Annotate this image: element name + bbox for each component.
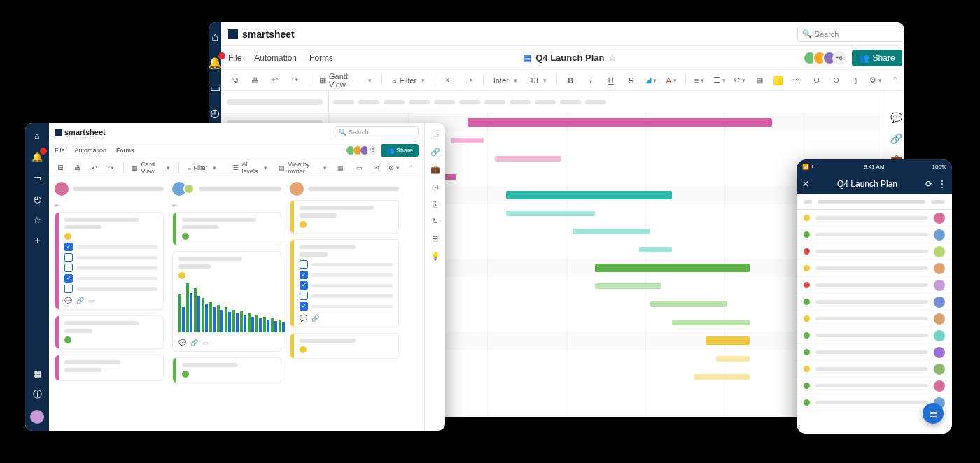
filter-button[interactable]: ⏛ Filter <box>389 75 428 86</box>
print-icon[interactable]: 🖶 <box>71 161 83 175</box>
collapse-icon[interactable]: ⌃ <box>405 161 419 175</box>
avatar-stack[interactable]: +6 <box>807 51 846 65</box>
gantt-task-bar[interactable] <box>573 229 650 234</box>
levels-selector[interactable]: ☰ All levels <box>230 159 270 176</box>
save-icon[interactable]: 🖫 <box>228 73 241 87</box>
indent-icon[interactable]: ⇥ <box>463 73 476 87</box>
align-icon[interactable]: ≡ <box>693 73 706 87</box>
lane-header[interactable] <box>290 182 399 196</box>
mobile-task-row[interactable] <box>797 361 952 378</box>
notifications-icon[interactable]: 🔔 <box>209 56 221 69</box>
card-more-icon[interactable]: ▭ <box>88 297 94 304</box>
format-icon[interactable]: ▦ <box>753 73 766 87</box>
history-icon[interactable]: ↻ <box>432 217 438 226</box>
underline-icon[interactable]: U <box>604 73 617 87</box>
gantt-task-bar[interactable] <box>716 356 749 362</box>
collapse-icon[interactable]: ⌃ <box>888 73 902 87</box>
subtask[interactable] <box>300 260 393 269</box>
kanban-card[interactable]: 💬🔗 <box>290 239 399 327</box>
settings-icon[interactable]: ⚙ <box>869 73 883 87</box>
gantt-summary-bar[interactable] <box>468 118 772 127</box>
gantt-task-bar[interactable] <box>639 247 672 252</box>
share-button[interactable]: 👥 Share <box>852 50 902 66</box>
activity-icon[interactable]: ◷ <box>432 183 439 192</box>
outdent-icon[interactable]: ⇤ <box>442 73 456 87</box>
gantt-summary-bar[interactable] <box>595 264 750 272</box>
avatar-stack[interactable]: +6 <box>349 145 377 155</box>
search-input[interactable]: 🔍 Search <box>797 27 902 42</box>
mobile-task-row[interactable] <box>797 311 952 327</box>
group-by-selector[interactable]: ▤ View by owner <box>276 159 329 176</box>
gantt-task-bar[interactable] <box>506 211 595 216</box>
menu-automation[interactable]: Automation <box>75 147 107 154</box>
card-icon[interactable]: ▭ <box>352 161 366 175</box>
self-avatar[interactable] <box>30 410 44 424</box>
subtask[interactable] <box>300 302 393 311</box>
refresh-icon[interactable]: ⟳ <box>925 179 932 189</box>
comments-icon[interactable]: 💬 <box>890 112 902 123</box>
gantt-summary-bar[interactable] <box>706 336 750 345</box>
search-input[interactable]: 🔍 Search <box>335 126 419 138</box>
comments-icon[interactable]: 💬 <box>178 339 186 346</box>
comments-icon[interactable]: 💬 <box>300 315 307 322</box>
subtask[interactable] <box>64 264 158 272</box>
comments-icon[interactable]: 💬 <box>64 297 72 304</box>
save-icon[interactable]: 🖫 <box>55 161 66 175</box>
mobile-task-row[interactable] <box>797 210 952 227</box>
menu-forms[interactable]: Forms <box>309 53 333 63</box>
highlight-icon[interactable] <box>774 76 783 85</box>
gantt-summary-bar[interactable] <box>506 191 672 199</box>
bold-icon[interactable]: B <box>564 73 578 87</box>
font-size-selector[interactable]: 13 <box>527 75 550 86</box>
fill-color-icon[interactable]: ◢ <box>645 73 658 87</box>
zoom-in-icon[interactable]: ⊕ <box>830 73 844 87</box>
kanban-card[interactable] <box>172 357 281 383</box>
home-icon[interactable]: ⌂ <box>209 31 221 43</box>
gantt-task-bar[interactable] <box>694 374 750 380</box>
kanban-card[interactable] <box>290 333 399 359</box>
attachments-icon[interactable]: 🔗 <box>430 148 440 157</box>
kanban-card[interactable] <box>290 200 399 234</box>
home-icon[interactable]: ⌂ <box>31 130 43 141</box>
collapse-lane-icon[interactable]: ⇤ <box>172 201 281 209</box>
fab-compose-button[interactable]: ▤ <box>923 403 944 424</box>
undo-icon[interactable]: ↶ <box>269 73 282 87</box>
gantt-task-bar[interactable] <box>495 156 561 162</box>
print-icon[interactable]: 🖶 <box>248 73 262 87</box>
redo-icon[interactable]: ↷ <box>106 161 117 175</box>
subtask[interactable] <box>64 274 158 283</box>
kanban-card[interactable] <box>55 315 164 349</box>
mobile-task-list[interactable] <box>797 210 952 434</box>
subtask[interactable] <box>300 271 393 279</box>
filter-button[interactable]: ⏛ Filter <box>185 163 219 173</box>
kanban-card[interactable] <box>55 355 164 381</box>
wrap-icon[interactable]: ↩ <box>733 73 746 87</box>
collapse-lane-icon[interactable]: ⇤ <box>55 201 164 209</box>
kanban-board[interactable]: ⇤ 💬🔗▭ <box>49 176 424 431</box>
strikethrough-icon[interactable]: S <box>624 73 638 87</box>
baseline-icon[interactable]: ⫿ <box>849 73 863 87</box>
mobile-task-row[interactable] <box>797 344 952 361</box>
notifications-icon[interactable]: 🔔 <box>31 151 43 162</box>
kanban-card[interactable]: 💬🔗▭ <box>55 212 164 310</box>
apps-icon[interactable]: ▦ <box>31 368 43 379</box>
mobile-task-row[interactable] <box>797 227 952 243</box>
lane-header[interactable] <box>172 182 281 196</box>
font-family-selector[interactable]: Inter <box>491 75 520 86</box>
view-selector[interactable]: ▦ Gantt View <box>316 71 374 90</box>
menu-automation[interactable]: Automation <box>254 53 297 63</box>
lane-header[interactable] <box>55 182 164 196</box>
cell-link-icon[interactable]: ⊞ <box>432 234 438 243</box>
attachments-icon[interactable]: 🔗 <box>190 339 198 346</box>
share-button[interactable]: 👥 Share <box>381 144 419 157</box>
attachments-icon[interactable]: 🔗 <box>890 133 902 144</box>
mobile-task-row[interactable] <box>797 243 952 260</box>
comments-icon[interactable]: ▭ <box>432 130 439 139</box>
kanban-card[interactable]: 💬🔗▭ <box>172 251 281 352</box>
mail-icon[interactable]: ✉ <box>370 161 384 175</box>
card-more-icon[interactable]: ▭ <box>202 339 209 346</box>
undo-icon[interactable]: ↶ <box>89 161 100 175</box>
valign-icon[interactable]: ☰ <box>713 73 726 87</box>
favorites-icon[interactable]: ☆ <box>31 214 43 225</box>
proofs-icon[interactable]: 💼 <box>430 165 440 174</box>
